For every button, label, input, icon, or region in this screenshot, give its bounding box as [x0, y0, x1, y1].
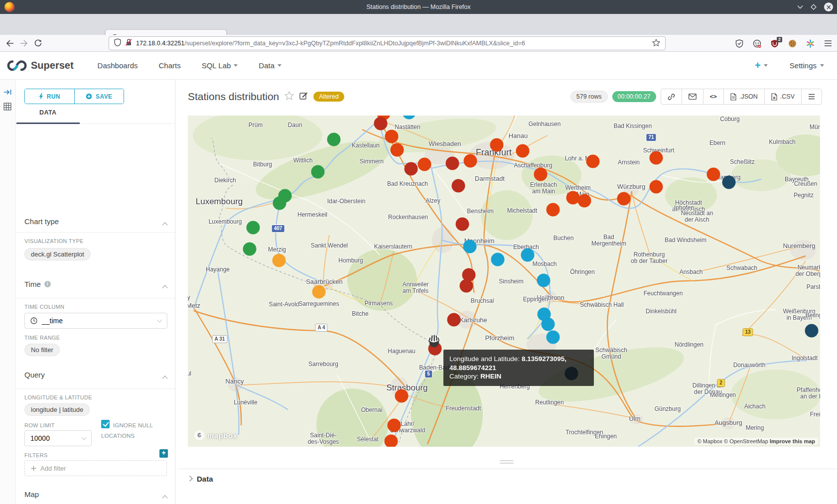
altered-badge[interactable]: Altered: [313, 92, 344, 102]
deckgl-map-canvas[interactable]: PrümDaunNastättenGelnhausenHanauBad Kiss…: [188, 116, 820, 447]
map-point[interactable]: [247, 221, 260, 235]
map-point[interactable]: [534, 168, 548, 181]
embed-code-button[interactable]: <>: [703, 89, 723, 104]
settings-menu[interactable]: Settings: [790, 61, 824, 70]
minimize-icon[interactable]: [797, 5, 803, 9]
map-point[interactable]: [327, 133, 341, 146]
map-point[interactable]: [516, 144, 530, 158]
extension-sparkle-icon[interactable]: [806, 39, 815, 48]
add-filter-plus-button[interactable]: +: [159, 449, 168, 458]
map-point[interactable]: [385, 130, 399, 143]
map-point[interactable]: [460, 279, 473, 293]
map-point[interactable]: [805, 324, 819, 338]
bookmark-star-icon[interactable]: [652, 39, 660, 48]
map-point[interactable]: [537, 274, 551, 287]
map-point[interactable]: [273, 254, 286, 267]
map-point[interactable]: [385, 435, 398, 447]
map-point[interactable]: [312, 285, 326, 299]
map-point[interactable]: [311, 165, 325, 179]
datasource-grid-icon[interactable]: [3, 103, 11, 113]
map-point[interactable]: [542, 318, 555, 331]
run-button[interactable]: RUN: [25, 89, 74, 104]
forward-button[interactable]: [17, 36, 31, 50]
map-point[interactable]: [273, 197, 286, 210]
map-point[interactable]: [490, 138, 504, 152]
map-point[interactable]: [722, 176, 736, 189]
map-point[interactable]: [391, 143, 404, 157]
cookie-icon[interactable]: [788, 39, 797, 48]
map-point[interactable]: [586, 155, 600, 168]
privacy-shield-icon[interactable]: [735, 39, 743, 48]
map-point[interactable]: [578, 194, 591, 208]
map-point[interactable]: [395, 389, 409, 403]
map-point[interactable]: [388, 419, 401, 432]
map-point[interactable]: [521, 249, 535, 262]
section-map[interactable]: Map: [24, 490, 39, 499]
chevron-up-icon[interactable]: [163, 283, 167, 292]
map-point[interactable]: [418, 158, 431, 171]
add-filter-box[interactable]: Add filter: [24, 460, 167, 476]
section-chart-type[interactable]: Chart type: [24, 217, 59, 226]
data-results-toggle[interactable]: Data: [188, 472, 213, 485]
ublock-icon[interactable]: 2: [771, 39, 779, 48]
tab-data[interactable]: DATA: [39, 109, 56, 116]
menu-hamburger-icon[interactable]: [824, 40, 832, 47]
map-point[interactable]: [374, 117, 388, 130]
shield-icon[interactable]: [114, 38, 121, 48]
map-point[interactable]: [446, 157, 459, 170]
collapse-panel-icon[interactable]: [3, 89, 12, 98]
url-bar[interactable]: 172.18.0.4:32251/superset/explore/?form_…: [109, 36, 666, 50]
chevron-down-icon: [278, 64, 281, 67]
new-item-button[interactable]: +: [755, 60, 768, 71]
close-icon[interactable]: [824, 2, 833, 11]
map-point[interactable]: [452, 179, 465, 193]
email-button[interactable]: [682, 89, 703, 104]
maximize-icon[interactable]: [811, 4, 817, 10]
chevron-up-icon[interactable]: [163, 220, 167, 229]
time-range-pill[interactable]: No filter: [24, 344, 60, 356]
account-mask-icon[interactable]: [753, 39, 761, 48]
reload-button[interactable]: [31, 36, 45, 50]
chevron-up-icon[interactable]: [163, 374, 167, 382]
row-limit-select[interactable]: 10000: [24, 430, 92, 446]
section-query[interactable]: Query: [24, 371, 45, 379]
viz-type-pill[interactable]: deck.gl Scatterplot: [24, 248, 91, 260]
map-point[interactable]: [650, 151, 663, 165]
more-options-button[interactable]: [801, 89, 822, 104]
map-point[interactable]: [491, 253, 505, 266]
improve-map-link[interactable]: Improve this map: [770, 438, 815, 444]
back-button[interactable]: [3, 36, 17, 50]
map-point[interactable]: [547, 203, 560, 217]
section-time[interactable]: Timei: [24, 280, 51, 288]
map-point[interactable]: [650, 180, 663, 194]
mapbox-logo[interactable]: mapbox: [194, 430, 238, 441]
favorite-star-icon[interactable]: [284, 91, 294, 102]
map-point[interactable]: [463, 240, 477, 253]
map-point[interactable]: [243, 243, 257, 256]
nav-charts[interactable]: Charts: [158, 61, 180, 70]
superset-logo[interactable]: Superset: [7, 59, 74, 72]
map-point[interactable]: [405, 162, 418, 176]
export-csv-button[interactable]: .CSV: [764, 89, 801, 104]
export-json-button[interactable]: .JSON: [723, 89, 764, 104]
nav-sql-lab[interactable]: SQL Lab: [202, 61, 238, 70]
map-point[interactable]: [547, 331, 560, 344]
panel-resize-gutter[interactable]: [175, 80, 175, 504]
lock-insecure-icon[interactable]: [125, 38, 132, 48]
map-point[interactable]: [456, 218, 469, 231]
map-point[interactable]: [707, 168, 720, 181]
nav-data[interactable]: Data: [259, 61, 281, 70]
map-point[interactable]: [617, 192, 631, 206]
map-point[interactable]: [447, 313, 461, 327]
ignore-null-checkbox[interactable]: [101, 420, 110, 428]
save-button[interactable]: SAVE: [74, 89, 124, 104]
map-point[interactable]: [464, 154, 477, 168]
nav-dashboards[interactable]: Dashboards: [98, 61, 138, 70]
panel-resize-handle[interactable]: [500, 460, 514, 464]
lonlat-pill[interactable]: longitude | latitude: [24, 403, 90, 416]
edit-properties-icon[interactable]: [299, 92, 308, 102]
time-column-select[interactable]: __time: [24, 313, 167, 329]
chevron-up-icon[interactable]: [163, 493, 167, 502]
ignore-null-control[interactable]: IGNORE NULL LOCATIONS: [101, 420, 169, 441]
copy-link-button[interactable]: [661, 89, 682, 104]
